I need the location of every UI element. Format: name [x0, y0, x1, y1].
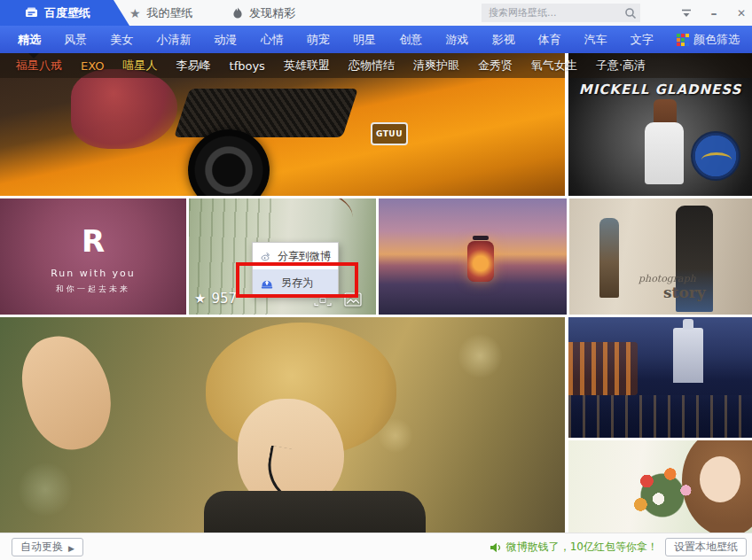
tile-art — [645, 122, 684, 184]
nav-cars[interactable]: 汽车 — [584, 32, 607, 48]
tile-art — [71, 69, 177, 149]
search-icon[interactable] — [621, 4, 640, 22]
tile-art — [568, 395, 752, 438]
wallpaper-tile-run-with-you[interactable]: R Run with you 和你一起去未来 — [0, 198, 186, 315]
close-button[interactable] — [731, 0, 752, 26]
tab-my-wallpapers[interactable]: 我的壁纸 — [129, 0, 193, 26]
run-subtitle: 和你一起去未来 — [0, 284, 186, 295]
search-input[interactable] — [482, 7, 621, 19]
star-icon — [129, 7, 141, 19]
story-caption-line2: story — [663, 284, 706, 301]
set-wallpaper-icon[interactable] — [344, 292, 362, 307]
tag-item[interactable]: 喵星人 — [123, 58, 158, 74]
wallpaper-tile-photograph-story[interactable]: photograph story — [569, 198, 752, 315]
context-menu: 分享到微博 另存为 — [252, 242, 339, 297]
nav-sports[interactable]: 体育 — [538, 32, 561, 48]
tag-item[interactable]: 李易峰 — [176, 58, 211, 74]
tag-item[interactable]: 氧气女生 — [531, 58, 577, 74]
wallpaper-tile-star-portrait[interactable] — [0, 317, 565, 533]
minimize-button[interactable] — [703, 0, 725, 26]
nav-creative[interactable]: 创意 — [399, 32, 422, 48]
nav-text[interactable]: 文字 — [631, 32, 654, 48]
nav-beauty[interactable]: 美女 — [110, 32, 133, 48]
tile-art — [599, 218, 619, 298]
tag-item[interactable]: 恋物情结 — [349, 58, 395, 74]
selected-nav-indicator — [28, 53, 39, 58]
wallpaper-tile-girl-bouquet[interactable] — [568, 440, 752, 533]
flame-icon — [232, 7, 243, 19]
tag-item[interactable]: EXO — [81, 59, 105, 73]
team-logo — [691, 131, 740, 181]
tile-art — [700, 456, 740, 502]
auto-change-button[interactable]: 自动更换 — [12, 538, 83, 556]
color-filter-button[interactable]: 颜色筛选 — [677, 32, 740, 48]
tag-item[interactable]: 子意·高清 — [596, 58, 646, 74]
menu-item-save-as[interactable]: 另存为 — [253, 269, 338, 296]
save-as-icon — [260, 276, 274, 290]
tile-art — [623, 456, 701, 527]
nav-games[interactable]: 游戏 — [445, 32, 468, 48]
favorite-counter: 957 — [194, 291, 237, 307]
favorite-count: 957 — [211, 291, 237, 307]
search-box — [482, 4, 640, 22]
tab-discover-label: 发现精彩 — [249, 5, 295, 21]
tile-art — [12, 326, 122, 458]
tile-art — [467, 241, 494, 282]
set-local-wallpaper-label: 设置本地壁纸 — [674, 540, 738, 555]
tag-item[interactable]: tfboys — [230, 59, 265, 73]
color-filter-label: 颜色筛选 — [693, 32, 740, 48]
play-icon — [68, 541, 74, 554]
run-logo: R — [0, 223, 186, 259]
nav-pets[interactable]: 萌宠 — [307, 32, 330, 48]
weibo-promo-notice[interactable]: 微博散钱了，10亿红包等你拿！ — [490, 533, 658, 560]
tile-art — [673, 328, 703, 383]
tag-item[interactable]: 清爽护眼 — [413, 58, 459, 74]
tag-item[interactable]: 金秀贤 — [478, 58, 513, 74]
tile-art — [568, 342, 638, 395]
baidu-wallpaper-window: 百度壁纸 我的壁纸 发现精彩 精选 风景 美女 小清新 动漫 心情 萌宠 明星 — [0, 0, 752, 560]
nav-stars[interactable]: 明星 — [353, 32, 376, 48]
nav-movies[interactable]: 影视 — [491, 32, 514, 48]
app-logo-icon — [25, 7, 38, 19]
nav-scenery[interactable]: 风景 — [64, 32, 87, 48]
weibo-promo-text: 微博散钱了，10亿红包等你拿！ — [506, 540, 658, 555]
nav-mood[interactable]: 心情 — [261, 32, 284, 48]
tile-art — [174, 89, 358, 137]
auto-change-label: 自动更换 — [20, 540, 63, 555]
wallpaper-tile-lantern-sunset[interactable] — [379, 198, 567, 315]
tile-art — [188, 129, 270, 196]
nav-fresh[interactable]: 小清新 — [156, 32, 191, 48]
set-local-wallpaper-button[interactable]: 设置本地壁纸 — [665, 538, 747, 556]
tab-baidu-wallpaper[interactable]: 百度壁纸 — [0, 0, 129, 26]
tag-row: 福星八戒 EXO 喵星人 李易峰 tfboys 英雄联盟 恋物情结 清爽护眼 金… — [0, 53, 752, 78]
basketball-title: MICKELL GLADNESS — [568, 82, 752, 97]
color-grid-icon — [677, 34, 689, 46]
menu-item-share-weibo[interactable]: 分享到微博 — [253, 243, 338, 269]
tab-my-wallpapers-label: 我的壁纸 — [147, 5, 193, 21]
weibo-icon — [260, 250, 270, 263]
titlebar: 百度壁纸 我的壁纸 发现精彩 — [0, 0, 752, 26]
run-title: Run with you — [0, 268, 186, 279]
gtuu-watermark: GTUU — [371, 122, 408, 145]
skin-menu-icon[interactable] — [676, 0, 697, 26]
tab-discover[interactable]: 发现精彩 — [232, 0, 295, 26]
nav-anime[interactable]: 动漫 — [215, 32, 238, 48]
nav-featured[interactable]: 精选 — [18, 32, 41, 48]
tile-art — [234, 198, 356, 244]
menu-item-share-weibo-label: 分享到微博 — [278, 249, 331, 264]
menu-item-save-as-label: 另存为 — [281, 276, 313, 291]
speaker-icon — [490, 541, 502, 554]
category-nav: 精选 风景 美女 小清新 动漫 心情 萌宠 明星 创意 游戏 影视 体育 汽车 … — [0, 26, 752, 53]
star-icon — [194, 291, 206, 307]
wallpaper-tile-harbor-night[interactable] — [568, 317, 752, 438]
tag-item[interactable]: 英雄联盟 — [284, 58, 330, 74]
app-title: 百度壁纸 — [44, 5, 90, 21]
tile-art — [204, 491, 426, 533]
footer-bar: 自动更换 微博散钱了，10亿红包等你拿！ 设置本地壁纸 — [0, 533, 752, 560]
tag-item[interactable]: 福星八戒 — [16, 58, 62, 74]
